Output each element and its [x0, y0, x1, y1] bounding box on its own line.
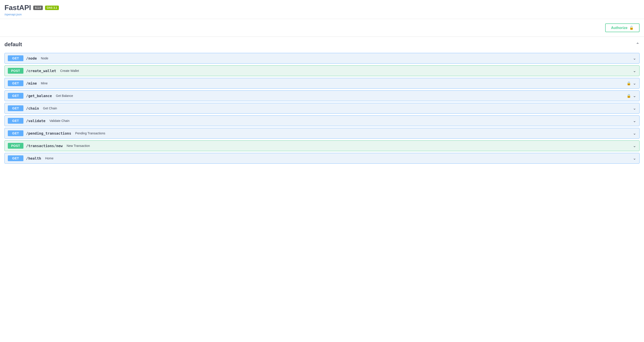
- method-badge: GET: [8, 105, 24, 111]
- expand-icon[interactable]: ⌄: [633, 118, 636, 123]
- expand-icon[interactable]: ⌄: [633, 68, 636, 73]
- section-collapse-icon[interactable]: ⌃: [636, 42, 640, 47]
- endpoint-left: GET /chain Get Chain: [8, 105, 57, 111]
- endpoint-row[interactable]: GET /validate Validate Chain ⌄: [4, 115, 640, 126]
- endpoint-row[interactable]: GET /health Home ⌄: [4, 153, 640, 164]
- endpoint-list: GET /node Node ⌄ POST /create_wallet Cre…: [4, 53, 640, 164]
- endpoint-left: GET /mine Mine: [8, 80, 48, 86]
- method-badge: GET: [8, 80, 24, 86]
- endpoint-row[interactable]: GET /pending_transactions Pending Transa…: [4, 128, 640, 139]
- endpoint-path: /node: [26, 56, 37, 61]
- expand-icon[interactable]: ⌄: [633, 131, 636, 136]
- endpoint-description: Home: [45, 156, 53, 160]
- endpoint-path: /pending_transactions: [26, 131, 71, 135]
- endpoint-description: Pending Transactions: [75, 131, 105, 135]
- endpoint-description: Mine: [41, 81, 48, 85]
- endpoint-left: GET /get_balance Get Balance: [8, 93, 73, 99]
- endpoint-right: ⌄: [633, 156, 636, 161]
- endpoint-row[interactable]: POST /transactions/new New Transaction ⌄: [4, 140, 640, 151]
- endpoint-left: GET /health Home: [8, 155, 54, 161]
- endpoint-row[interactable]: GET /mine Mine 🔒 ⌄: [4, 78, 640, 89]
- section-header: default ⌃: [4, 41, 640, 49]
- endpoint-row[interactable]: POST /create_wallet Create Wallet ⌄: [4, 65, 640, 76]
- endpoint-right: ⌄: [633, 68, 636, 73]
- endpoint-path: /validate: [26, 119, 46, 123]
- toolbar: Authorize 🔓: [0, 19, 644, 37]
- lock-icon: 🔒: [626, 81, 631, 86]
- authorize-label: Authorize: [611, 26, 628, 30]
- method-badge: POST: [8, 68, 24, 74]
- endpoint-path: /health: [26, 156, 41, 160]
- endpoint-description: Node: [41, 57, 48, 60]
- endpoint-right: ⌄: [633, 56, 636, 61]
- expand-icon[interactable]: ⌄: [633, 106, 636, 111]
- oas-badge: OAS 3.1: [45, 6, 59, 10]
- endpoint-path: /chain: [26, 106, 39, 110]
- expand-icon[interactable]: ⌄: [633, 143, 636, 148]
- method-badge: GET: [8, 93, 24, 99]
- endpoint-description: Get Chain: [43, 106, 57, 110]
- endpoint-row[interactable]: GET /chain Get Chain ⌄: [4, 103, 640, 114]
- method-badge: POST: [8, 143, 24, 149]
- endpoint-left: GET /validate Validate Chain: [8, 118, 70, 124]
- lock-icon: 🔓: [629, 26, 634, 30]
- method-badge: GET: [8, 130, 24, 136]
- endpoint-description: New Transaction: [67, 144, 90, 147]
- openapi-link[interactable]: /openapi.json: [4, 13, 640, 16]
- expand-icon[interactable]: ⌄: [633, 56, 636, 61]
- endpoint-left: POST /create_wallet Create Wallet: [8, 68, 79, 74]
- endpoint-row[interactable]: GET /node Node ⌄: [4, 53, 640, 64]
- endpoint-description: Validate Chain: [50, 119, 70, 123]
- version-badge: 0.1.0: [33, 6, 43, 10]
- endpoint-path: /mine: [26, 81, 37, 86]
- endpoint-path: /create_wallet: [26, 69, 56, 73]
- endpoint-right: ⌄: [633, 118, 636, 123]
- endpoint-path: /get_balance: [26, 94, 52, 98]
- endpoint-description: Get Balance: [56, 94, 73, 98]
- expand-icon[interactable]: ⌄: [633, 156, 636, 161]
- endpoint-right: ⌄: [633, 143, 636, 148]
- method-badge: GET: [8, 55, 24, 61]
- endpoint-right: 🔒 ⌄: [626, 93, 636, 98]
- authorize-button[interactable]: Authorize 🔓: [605, 24, 640, 32]
- endpoint-left: GET /pending_transactions Pending Transa…: [8, 130, 105, 136]
- app-title: FastAPI: [4, 4, 31, 12]
- lock-icon: 🔒: [626, 94, 631, 98]
- section-title: default: [4, 41, 22, 48]
- endpoint-right: 🔒 ⌄: [626, 81, 636, 86]
- main-content: default ⌃ GET /node Node ⌄ POST /create_…: [0, 37, 644, 168]
- endpoint-left: POST /transactions/new New Transaction: [8, 143, 90, 149]
- endpoint-right: ⌄: [633, 131, 636, 136]
- endpoint-row[interactable]: GET /get_balance Get Balance 🔒 ⌄: [4, 90, 640, 101]
- endpoint-right: ⌄: [633, 106, 636, 111]
- expand-icon[interactable]: ⌄: [633, 93, 636, 98]
- expand-icon[interactable]: ⌄: [633, 81, 636, 86]
- endpoint-left: GET /node Node: [8, 55, 48, 61]
- method-badge: GET: [8, 155, 24, 161]
- endpoint-path: /transactions/new: [26, 144, 63, 148]
- method-badge: GET: [8, 118, 24, 124]
- endpoint-description: Create Wallet: [60, 69, 79, 73]
- app-header: FastAPI 0.1.0 OAS 3.1 /openapi.json: [0, 0, 644, 19]
